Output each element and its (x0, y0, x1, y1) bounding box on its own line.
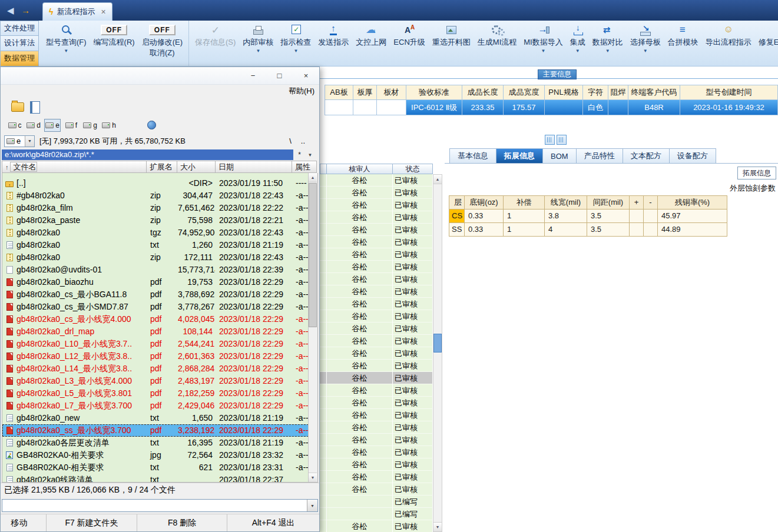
menu-help[interactable]: 帮助(H) (289, 86, 314, 97)
file-row[interactable]: gb48r02ka0 txt 1,260 2023/01/18 21:19 -a… (2, 239, 317, 251)
close-button[interactable]: × (293, 67, 319, 84)
review-row[interactable]: 谷松 已审核 (320, 384, 433, 397)
column-size[interactable]: 大小 (177, 161, 216, 173)
goto-root-button[interactable]: \ (287, 137, 294, 145)
review-row[interactable]: 谷松 已审核 (320, 224, 433, 236)
chevron-down-icon[interactable] (605, 49, 610, 54)
review-row[interactable]: 谷松 已审核 (320, 199, 433, 211)
drive-button[interactable]: f (63, 119, 80, 132)
compensation-cell[interactable]: 1 (504, 223, 545, 237)
residual-copper-cell[interactable]: 44.89 (658, 223, 727, 237)
chevron-down-icon[interactable] (25, 136, 34, 147)
review-scrollbar-thumb[interactable] (433, 334, 442, 353)
review-row[interactable]: 谷松 已审核 (320, 347, 433, 360)
drive-button[interactable]: c (6, 119, 23, 132)
file-row[interactable]: gb48r02ka0_L12_最小线宽3.8.. pdf 2,601,363 2… (2, 350, 317, 363)
spacing-cell[interactable]: 3.5 (587, 210, 630, 223)
fkey-newfolder-button[interactable]: F7 新建文件夹 (47, 514, 137, 531)
line-width-cell[interactable]: 4 (545, 223, 587, 237)
file-row[interactable]: gb48r02ka0_cs_最小线宽4.000 pdf 4,028,045 20… (2, 313, 317, 325)
toolbar-button[interactable]: 重选开料图 (429, 21, 474, 66)
review-row[interactable]: 谷松 已审核 (320, 520, 433, 532)
toolbar-button[interactable]: OFF 编写流程(R) (90, 21, 138, 66)
tab-new-process-indication[interactable]: ϟ 新流程指示 × (42, 2, 112, 21)
review-row[interactable]: 谷松 已审核 (320, 236, 433, 248)
scroll-down-icon[interactable]: ▼ (309, 473, 317, 482)
file-row[interactable]: gb48r02ka0各层更改清单 txt 16,395 2023/01/18 2… (2, 437, 317, 449)
review-row[interactable]: 谷松 已审核 (320, 360, 433, 372)
fkey-move-button[interactable]: 移动 (1, 514, 47, 531)
file-row[interactable]: #gb48r02ka0 zip 304,447 2023/01/18 22:43… (2, 189, 317, 202)
file-row[interactable]: gb48r02ka0_new txt 1,650 2023/01/18 21:1… (2, 412, 317, 424)
toolbar-button[interactable]: OFF 启动修改(E) 取消(Z) (138, 21, 186, 66)
grid-view-icon[interactable] (557, 135, 567, 145)
side-panel-header[interactable]: 设计算法 (0, 36, 39, 51)
review-row[interactable]: 谷松 已审核 (320, 298, 433, 310)
toolbar-button[interactable]: 保存信息(S) (188, 21, 239, 66)
chevron-down-icon[interactable] (64, 49, 68, 54)
drive-button[interactable]: e (44, 119, 61, 132)
review-row[interactable]: 谷松 已审核 (320, 174, 433, 187)
line-width-cell[interactable]: 3.8 (545, 210, 587, 223)
review-row[interactable]: 谷松 已审核 (320, 187, 433, 199)
minimize-button[interactable]: − (240, 67, 266, 84)
toolbar-button[interactable]: 型号查询(F) (42, 21, 90, 66)
chevron-down-icon[interactable] (575, 49, 580, 54)
command-line-combo[interactable] (2, 499, 318, 512)
chevron-down-icon[interactable] (307, 500, 317, 511)
detail-tab[interactable]: BOM (543, 148, 577, 164)
review-row[interactable]: 谷松 已审核 (320, 434, 433, 446)
layer-cell[interactable]: SS (449, 223, 465, 237)
layer-cell[interactable]: CS (449, 210, 465, 223)
file-list-scrollbar[interactable]: ▲ ▼ (308, 173, 317, 482)
file-row[interactable]: gb48r02ka0_cs_最小BGA11.8 pdf 3,788,692 20… (2, 288, 317, 301)
toolbar-button[interactable]: 内部审核 (239, 21, 277, 66)
grid-view-icon[interactable] (545, 135, 555, 145)
toolbar-button[interactable]: 发送指示 (314, 21, 352, 66)
file-row[interactable]: gb48r02ka0_L3_最小线宽4.000 pdf 2,483,197 20… (2, 375, 317, 387)
nav-forward-icon[interactable]: → (21, 0, 30, 21)
toolbar-button[interactable]: 生成MI流程 (474, 21, 520, 66)
base-copper-cell[interactable]: 0.33 (465, 223, 504, 237)
file-row[interactable]: gb48r02ka0_L14_最小线宽3.8.. pdf 2,868,284 2… (2, 363, 317, 375)
review-row[interactable]: 谷松 已审核 (320, 261, 433, 273)
drive-button[interactable]: g (82, 119, 98, 132)
file-row[interactable]: gb48r02ka0_cs_最小SMD7.87 pdf 3,778,267 20… (2, 301, 317, 313)
file-row[interactable]: gb48r02ka_paste zip 75,598 2023/01/18 22… (2, 214, 317, 227)
tab-close-icon[interactable]: × (101, 7, 105, 16)
review-row[interactable]: 谷松 已审核 (320, 421, 433, 434)
chevron-down-icon[interactable] (293, 49, 298, 54)
detail-tab[interactable]: 产品特性 (577, 148, 623, 164)
minus-cell[interactable] (644, 210, 658, 223)
file-row[interactable]: gb48r02ka0_L7_最小线宽3.700 pdf 2,429,046 20… (2, 400, 317, 412)
toolbar-button[interactable]: 选择母板 (627, 21, 664, 66)
toolbar-button[interactable]: MI数据导入 (520, 21, 566, 66)
chevron-down-icon[interactable] (256, 49, 260, 54)
fkey-exit-button[interactable]: Alt+F4 退出 (227, 514, 319, 531)
select-all-button[interactable]: * (295, 149, 304, 160)
spacing-cell[interactable]: 3.5 (587, 223, 630, 237)
file-row[interactable]: GB48R02KA0-相关要求 jpg 72,564 2023/01/18 23… (2, 449, 317, 461)
column-attr[interactable]: 属性 (292, 161, 317, 173)
maximize-button[interactable]: □ (266, 67, 293, 84)
file-row[interactable]: gb48r02ka0 zip 172,111 2023/01/18 22:43 … (2, 251, 317, 264)
review-row[interactable]: 谷松 已审核 (320, 397, 433, 409)
file-row[interactable]: gb48r02ka0 tgz 74,952,906 2023/01/18 22:… (2, 227, 317, 239)
toolbar-button[interactable]: 导出流程指示 (702, 21, 755, 66)
toolbar-sub-button[interactable]: 取消(Z) (150, 48, 175, 57)
compensation-cell[interactable]: 1 (504, 210, 545, 223)
detail-tab[interactable]: 设备配方 (670, 148, 716, 164)
review-header-status[interactable]: 状态 (393, 164, 433, 174)
toolbar-button[interactable]: 指示检查 (277, 21, 314, 66)
file-row[interactable]: gb48r02ka_film zip 7,651,462 2023/01/18 … (2, 202, 317, 214)
review-row[interactable]: 谷松 已审核 (320, 483, 433, 496)
column-ext[interactable]: 扩展名 (147, 161, 177, 173)
chevron-down-icon[interactable] (541, 49, 546, 54)
review-header-reviewer[interactable]: 核审人 (327, 164, 393, 174)
review-row[interactable]: 谷松 已审核 (320, 335, 433, 347)
toolbar-button[interactable]: 文控上网 (352, 21, 390, 66)
path-history-icon[interactable] (306, 149, 314, 160)
folder-tool-icon[interactable] (11, 102, 24, 112)
toolbar-button[interactable]: ECN升级 (390, 21, 428, 66)
base-copper-cell[interactable]: 0.33 (465, 210, 504, 223)
